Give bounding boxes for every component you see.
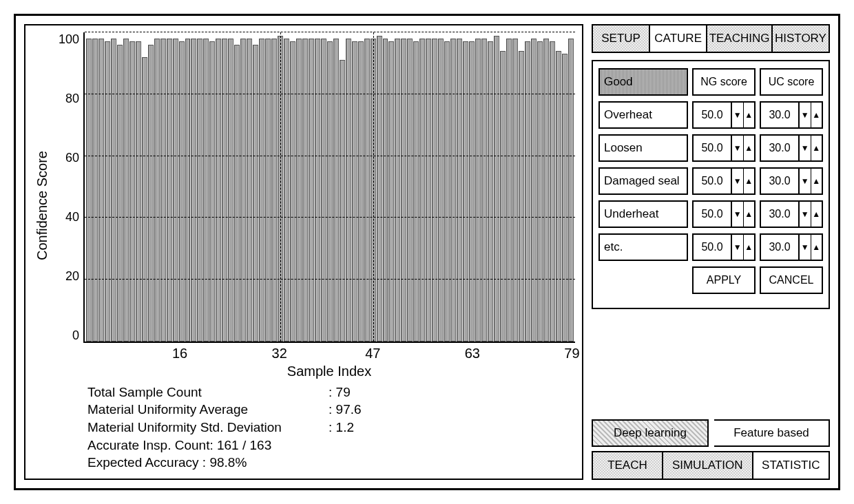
bar — [167, 39, 172, 342]
cancel-button[interactable]: CANCEL — [760, 266, 823, 294]
bar — [253, 45, 258, 342]
triangle-down-icon[interactable]: ▼ — [800, 202, 811, 227]
tab-setup[interactable]: SETUP — [592, 24, 650, 53]
x-axis-wrap: 1632476379 Sample Index — [83, 343, 575, 379]
uc-spinner[interactable]: 30.0▼▲ — [760, 233, 823, 261]
bar — [562, 54, 567, 341]
tab-statistic[interactable]: STATISTIC — [753, 451, 830, 480]
xtick: 63 — [465, 346, 480, 361]
tab-history[interactable]: HISTORY — [773, 24, 830, 53]
tab-teach[interactable]: TEACH — [592, 451, 663, 480]
triangle-up-icon[interactable]: ▲ — [811, 103, 822, 127]
bars — [85, 32, 575, 342]
triangle-down-icon[interactable]: ▼ — [800, 235, 811, 260]
triangle-down-icon[interactable]: ▼ — [800, 136, 811, 160]
xtick: 32 — [272, 346, 287, 361]
ylabel: Confidence Score — [34, 151, 50, 260]
plot-area — [83, 32, 575, 343]
triangle-down-icon[interactable]: ▼ — [732, 235, 744, 260]
tab-cature[interactable]: CATURE — [650, 24, 707, 53]
bar — [302, 39, 308, 342]
mode-deep-learning[interactable]: Deep learning — [592, 419, 709, 447]
triangle-up-icon[interactable]: ▲ — [744, 136, 755, 160]
ng-spinner[interactable]: 50.0▼▲ — [692, 167, 756, 195]
ng-spinner[interactable]: 50.0▼▲ — [692, 134, 756, 162]
triangle-down-icon[interactable]: ▼ — [732, 169, 744, 193]
triangle-up-icon[interactable]: ▲ — [811, 136, 822, 160]
mode-feature-based[interactable]: Feature based — [714, 419, 830, 447]
spinner-value: 30.0 — [761, 169, 798, 193]
spacer — [592, 309, 830, 419]
settings-row: GoodNG scoreUC score — [598, 68, 823, 96]
ng-spinner[interactable]: 50.0▼▲ — [692, 200, 756, 228]
bar — [148, 45, 154, 342]
bar — [129, 41, 135, 341]
ng-spinner[interactable]: 50.0▼▲ — [692, 233, 756, 261]
grid-h — [85, 217, 575, 218]
uc-spinner[interactable]: 30.0▼▲ — [760, 101, 823, 129]
ytick: 60 — [65, 151, 79, 165]
bar — [315, 39, 320, 342]
category-cell: Damaged seal — [598, 167, 688, 195]
bar — [364, 39, 370, 342]
spinner-buttons: ▼▲ — [798, 103, 822, 127]
category-cell: etc. — [598, 233, 688, 261]
uc-spinner[interactable]: 30.0▼▲ — [760, 200, 823, 228]
bar — [407, 39, 413, 342]
triangle-up-icon[interactable]: ▲ — [744, 103, 755, 127]
right-panel: SETUP CATURE TEACHING HISTORY GoodNG sco… — [592, 24, 830, 480]
chart-area: Confidence Score 100806040200 1632476379… — [32, 32, 575, 379]
triangle-up-icon[interactable]: ▲ — [811, 169, 822, 193]
bar — [519, 51, 524, 342]
bar — [111, 39, 116, 342]
ng-spinner[interactable]: 50.0▼▲ — [692, 101, 756, 129]
settings-row: etc.50.0▼▲30.0▼▲ — [598, 233, 823, 261]
triangle-up-icon[interactable]: ▲ — [811, 202, 822, 227]
tab-simulation[interactable]: SIMULATION — [663, 451, 753, 480]
bar — [494, 36, 499, 342]
bar — [450, 39, 456, 342]
bar — [259, 39, 264, 342]
grid-h — [85, 279, 575, 280]
triangle-up-icon[interactable]: ▲ — [744, 169, 755, 193]
triangle-down-icon[interactable]: ▼ — [732, 202, 744, 227]
bar — [197, 39, 202, 342]
chart-row: 100806040200 — [52, 32, 575, 343]
bar — [191, 39, 196, 342]
ytick: 80 — [65, 92, 79, 106]
bar — [117, 45, 123, 342]
ytick: 0 — [72, 328, 79, 343]
bar — [469, 41, 475, 341]
app-window: Confidence Score 100806040200 1632476379… — [14, 14, 840, 490]
stat-total: Total Sample Count : 79 — [87, 384, 575, 401]
uc-spinner[interactable]: 30.0▼▲ — [760, 167, 823, 195]
triangle-up-icon[interactable]: ▲ — [744, 202, 755, 227]
uc-spinner[interactable]: 30.0▼▲ — [760, 134, 823, 162]
chart-panel: Confidence Score 100806040200 1632476379… — [24, 24, 583, 480]
bar — [265, 39, 271, 342]
bar — [388, 41, 394, 341]
tab-teaching[interactable]: TEACHING — [707, 24, 773, 53]
bar — [377, 36, 382, 342]
triangle-down-icon[interactable]: ▼ — [800, 169, 811, 193]
bar — [247, 39, 252, 342]
spinner-buttons: ▼▲ — [798, 235, 822, 260]
triangle-up-icon[interactable]: ▲ — [744, 235, 755, 260]
bar — [321, 39, 326, 342]
triangle-down-icon[interactable]: ▼ — [800, 103, 811, 127]
spinner-value: 30.0 — [761, 103, 798, 127]
bar — [531, 39, 537, 342]
spinner-value: 50.0 — [694, 235, 731, 260]
bar — [327, 41, 333, 341]
triangle-down-icon[interactable]: ▼ — [732, 136, 744, 160]
xtick: 47 — [365, 346, 380, 361]
triangle-up-icon[interactable]: ▲ — [811, 235, 822, 260]
spinner-value: 50.0 — [694, 202, 731, 227]
bar — [228, 39, 233, 342]
triangle-down-icon[interactable]: ▼ — [732, 103, 744, 127]
settings-row: Damaged seal50.0▼▲30.0▼▲ — [598, 167, 823, 195]
apply-button[interactable]: APPLY — [692, 266, 756, 294]
category-cell: Underheat — [598, 200, 688, 228]
bar — [209, 41, 215, 341]
category-cell: Good — [598, 68, 688, 96]
